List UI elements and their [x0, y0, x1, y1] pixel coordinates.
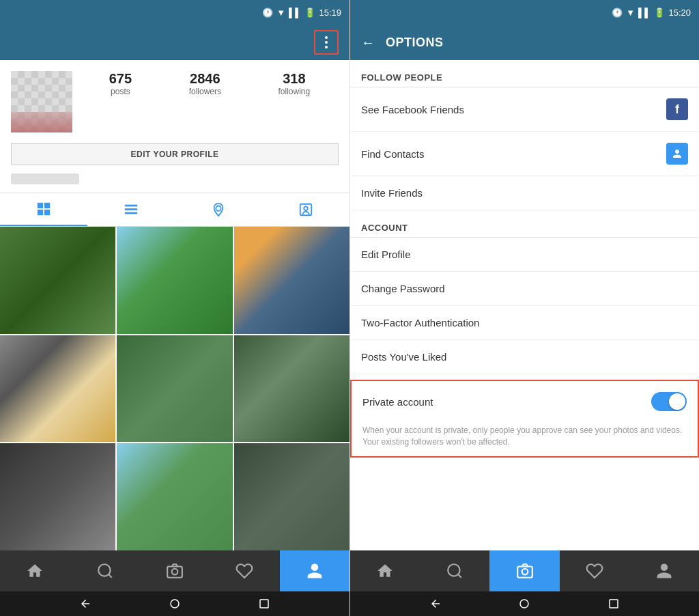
svg-point-7 [216, 206, 220, 211]
dot3 [325, 46, 328, 48]
edit-profile-item[interactable]: Edit Profile [350, 238, 699, 272]
svg-line-11 [109, 574, 112, 578]
following-label: following [279, 87, 311, 96]
svg-line-17 [458, 574, 461, 578]
following-count: 318 [283, 71, 305, 87]
signal-icon: ▌▌ [289, 8, 301, 18]
back-button[interactable]: ← [361, 35, 375, 51]
right-battery-icon: 🔋 [654, 8, 665, 18]
photo-8[interactable] [117, 443, 232, 550]
svg-rect-1 [44, 203, 50, 208]
photo-5[interactable] [117, 335, 232, 443]
find-contacts-label: Find Contacts [361, 148, 425, 160]
photo-6[interactable] [234, 335, 350, 443]
right-nav-search[interactable] [420, 550, 489, 591]
photo-4[interactable] [0, 335, 115, 443]
nav-home[interactable] [0, 550, 70, 591]
svg-point-13 [172, 569, 178, 575]
back-sys-button[interactable] [76, 594, 95, 613]
right-nav-activity[interactable] [560, 550, 629, 591]
svg-rect-15 [260, 600, 268, 608]
see-facebook-friends-label: See Facebook Friends [361, 104, 464, 115]
svg-rect-6 [125, 212, 137, 214]
svg-point-10 [98, 564, 110, 576]
right-recents-sys-button[interactable] [604, 594, 623, 613]
right-nav-home[interactable] [350, 550, 420, 591]
tab-list[interactable] [87, 193, 175, 226]
followers-stat[interactable]: 2846 followers [189, 71, 221, 96]
avatar-image [11, 71, 72, 132]
svg-point-20 [520, 600, 528, 608]
dot2 [325, 41, 328, 44]
posts-stat: 675 posts [109, 71, 132, 96]
options-content: FOLLOW PEOPLE See Facebook Friends f Fin… [350, 60, 699, 550]
left-top-bar [0, 25, 350, 60]
posts-count: 675 [109, 71, 132, 87]
left-panel: 🕐 ▼ ▌▌ 🔋 15:19 675 posts 2846 [0, 0, 350, 616]
change-password-item[interactable]: Change Password [350, 272, 699, 306]
battery-icon: 🔋 [304, 8, 315, 18]
tab-grid[interactable] [0, 193, 87, 226]
photo-3[interactable] [234, 227, 350, 334]
account-header: ACCOUNT [350, 210, 699, 237]
right-signal-icon: ▌▌ [638, 8, 651, 18]
home-sys-button[interactable] [165, 594, 184, 613]
photo-9[interactable] [234, 443, 350, 550]
see-facebook-friends-item[interactable]: See Facebook Friends f [350, 87, 699, 132]
more-options-button[interactable] [314, 30, 339, 55]
follow-people-header: FOLLOW PEOPLE [350, 60, 699, 87]
photo-7[interactable] [0, 443, 115, 550]
private-account-item[interactable]: Private account [352, 381, 698, 422]
tab-location[interactable] [175, 193, 262, 226]
alarm-icon: 🕐 [262, 8, 273, 18]
nav-activity[interactable] [210, 550, 279, 591]
two-factor-auth-item[interactable]: Two-Factor Authentication [350, 306, 699, 340]
recents-sys-button[interactable] [255, 594, 274, 613]
followers-count: 2846 [190, 71, 220, 87]
following-stat[interactable]: 318 following [279, 71, 311, 96]
dot1 [325, 36, 328, 39]
invite-friends-label: Invite Friends [361, 187, 423, 199]
right-home-sys-button[interactable] [515, 594, 534, 613]
profile-section: 675 posts 2846 followers 318 following [0, 60, 350, 143]
right-bottom-nav [350, 550, 699, 591]
svg-rect-4 [125, 205, 137, 207]
svg-point-19 [522, 569, 528, 575]
nav-camera[interactable] [140, 550, 210, 591]
photo-2[interactable] [117, 227, 232, 334]
private-account-label: Private account [362, 396, 433, 408]
change-password-label: Change Password [361, 283, 445, 294]
bottom-nav [0, 550, 350, 591]
find-contacts-item[interactable]: Find Contacts [350, 132, 699, 176]
tab-tagged[interactable] [262, 193, 350, 226]
posts-label: posts [111, 87, 130, 96]
svg-rect-21 [610, 600, 618, 608]
posts-youve-liked-item[interactable]: Posts You've Liked [350, 340, 699, 374]
left-time: 15:19 [319, 8, 341, 18]
nav-search[interactable] [70, 550, 139, 591]
right-nav-profile[interactable] [629, 550, 699, 591]
username-area [0, 171, 350, 193]
svg-rect-5 [125, 208, 137, 210]
edit-profile-label: Edit Profile [361, 249, 411, 260]
svg-point-16 [448, 564, 460, 576]
svg-point-14 [171, 600, 179, 608]
private-account-description: When your account is private, only peopl… [352, 422, 698, 456]
left-status-icons: 🕐 ▼ ▌▌ 🔋 15:19 [262, 8, 341, 18]
right-status-bar: 🕐 ▼ ▌▌ 🔋 15:20 [350, 0, 699, 25]
svg-point-9 [304, 206, 308, 210]
contacts-icon [666, 143, 688, 165]
left-system-bar [0, 591, 350, 616]
posts-youve-liked-label: Posts You've Liked [361, 351, 446, 363]
right-time: 15:20 [668, 8, 691, 18]
nav-profile[interactable] [280, 550, 350, 591]
photo-1[interactable] [0, 227, 115, 334]
username-bar [11, 173, 79, 184]
invite-friends-item[interactable]: Invite Friends [350, 176, 699, 210]
right-wifi-icon: ▼ [626, 8, 635, 18]
tab-bar [0, 193, 350, 227]
right-nav-camera[interactable] [489, 550, 559, 591]
right-back-sys-button[interactable] [426, 594, 445, 613]
private-account-toggle[interactable] [651, 392, 687, 411]
edit-profile-button[interactable]: EDIT YOUR PROFILE [11, 143, 339, 165]
